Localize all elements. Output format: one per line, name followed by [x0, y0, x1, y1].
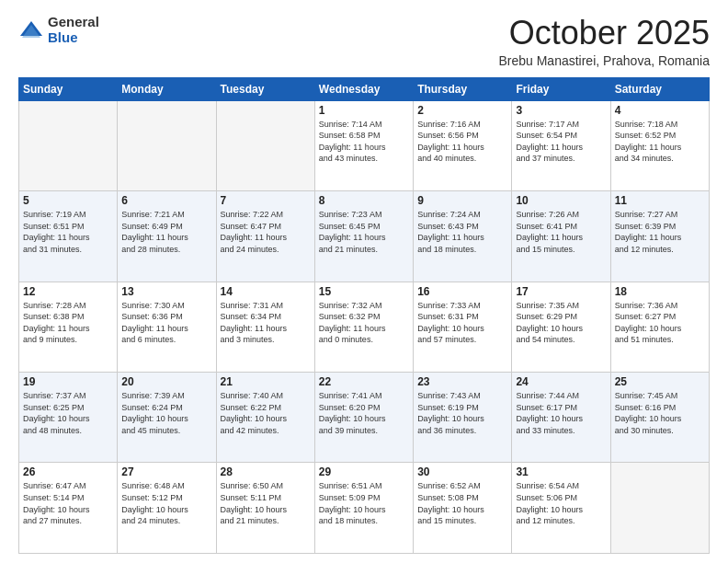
- day-number: 3: [516, 104, 606, 117]
- day-info: Sunrise: 6:54 AM Sunset: 5:06 PM Dayligh…: [516, 480, 606, 526]
- day-number: 25: [615, 375, 705, 388]
- calendar-cell: 2Sunrise: 7:16 AM Sunset: 6:56 PM Daylig…: [414, 100, 512, 190]
- calendar-cell: 3Sunrise: 7:17 AM Sunset: 6:54 PM Daylig…: [512, 100, 610, 190]
- logo: General Blue: [18, 15, 99, 45]
- day-info: Sunrise: 7:21 AM Sunset: 6:49 PM Dayligh…: [121, 209, 211, 255]
- calendar-cell: 17Sunrise: 7:35 AM Sunset: 6:29 PM Dayli…: [512, 282, 610, 372]
- calendar-cell: 5Sunrise: 7:19 AM Sunset: 6:51 PM Daylig…: [19, 191, 118, 282]
- day-number: 15: [319, 285, 409, 298]
- day-number: 27: [121, 465, 211, 478]
- day-number: 24: [516, 375, 606, 388]
- calendar-cell: 12Sunrise: 7:28 AM Sunset: 6:38 PM Dayli…: [19, 282, 118, 372]
- day-number: 29: [319, 465, 409, 478]
- calendar-cell: 7Sunrise: 7:22 AM Sunset: 6:47 PM Daylig…: [216, 191, 314, 282]
- calendar-cell: 22Sunrise: 7:41 AM Sunset: 6:20 PM Dayli…: [314, 373, 413, 463]
- calendar-cell: 1Sunrise: 7:14 AM Sunset: 6:58 PM Daylig…: [314, 100, 413, 190]
- day-number: 20: [121, 375, 211, 388]
- calendar-cell: 21Sunrise: 7:40 AM Sunset: 6:22 PM Dayli…: [216, 373, 314, 463]
- day-info: Sunrise: 7:37 AM Sunset: 6:25 PM Dayligh…: [23, 390, 113, 436]
- day-info: Sunrise: 6:47 AM Sunset: 5:14 PM Dayligh…: [23, 480, 113, 526]
- page: General Blue October 2025 Brebu Manastir…: [0, 0, 728, 563]
- day-number: 19: [23, 375, 113, 388]
- day-number: 22: [319, 375, 409, 388]
- day-info: Sunrise: 7:28 AM Sunset: 6:38 PM Dayligh…: [23, 300, 113, 346]
- day-number: 26: [23, 465, 113, 478]
- day-info: Sunrise: 7:27 AM Sunset: 6:39 PM Dayligh…: [615, 209, 705, 255]
- calendar-cell: [118, 100, 216, 190]
- month-title: October 2025: [498, 15, 710, 52]
- day-number: 18: [615, 285, 705, 298]
- day-info: Sunrise: 7:19 AM Sunset: 6:51 PM Dayligh…: [23, 209, 113, 255]
- calendar-cell: 25Sunrise: 7:45 AM Sunset: 6:16 PM Dayli…: [610, 373, 709, 463]
- calendar-cell: 26Sunrise: 6:47 AM Sunset: 5:14 PM Dayli…: [19, 463, 118, 554]
- day-number: 11: [615, 194, 705, 207]
- day-number: 7: [221, 194, 311, 207]
- day-number: 21: [221, 375, 311, 388]
- calendar-cell: 19Sunrise: 7:37 AM Sunset: 6:25 PM Dayli…: [19, 373, 118, 463]
- location: Brebu Manastirei, Prahova, Romania: [498, 53, 710, 68]
- day-info: Sunrise: 7:40 AM Sunset: 6:22 PM Dayligh…: [221, 390, 311, 436]
- calendar-cell: 15Sunrise: 7:32 AM Sunset: 6:32 PM Dayli…: [314, 282, 413, 372]
- calendar-cell: 29Sunrise: 6:51 AM Sunset: 5:09 PM Dayli…: [314, 463, 413, 554]
- day-number: 23: [417, 375, 507, 388]
- calendar-week-row: 5Sunrise: 7:19 AM Sunset: 6:51 PM Daylig…: [19, 191, 710, 282]
- day-number: 9: [417, 194, 507, 207]
- calendar-cell: 14Sunrise: 7:31 AM Sunset: 6:34 PM Dayli…: [216, 282, 314, 372]
- logo-text: General Blue: [48, 15, 99, 45]
- calendar-cell: [216, 100, 314, 190]
- day-info: Sunrise: 7:39 AM Sunset: 6:24 PM Dayligh…: [121, 390, 211, 436]
- calendar-cell: 30Sunrise: 6:52 AM Sunset: 5:08 PM Dayli…: [414, 463, 512, 554]
- calendar-cell: 24Sunrise: 7:44 AM Sunset: 6:17 PM Dayli…: [512, 373, 610, 463]
- day-number: 13: [121, 285, 211, 298]
- day-info: Sunrise: 7:32 AM Sunset: 6:32 PM Dayligh…: [319, 300, 409, 346]
- day-info: Sunrise: 7:18 AM Sunset: 6:52 PM Dayligh…: [615, 119, 705, 165]
- day-info: Sunrise: 7:26 AM Sunset: 6:41 PM Dayligh…: [516, 209, 606, 255]
- calendar-cell: [19, 100, 118, 190]
- day-of-week-header: Friday: [512, 77, 610, 100]
- day-number: 12: [23, 285, 113, 298]
- calendar-cell: 4Sunrise: 7:18 AM Sunset: 6:52 PM Daylig…: [610, 100, 709, 190]
- day-info: Sunrise: 6:50 AM Sunset: 5:11 PM Dayligh…: [221, 480, 311, 526]
- calendar-table: SundayMondayTuesdayWednesdayThursdayFrid…: [18, 77, 710, 554]
- day-number: 1: [319, 104, 409, 117]
- day-number: 8: [319, 194, 409, 207]
- day-number: 17: [516, 285, 606, 298]
- day-info: Sunrise: 7:30 AM Sunset: 6:36 PM Dayligh…: [121, 300, 211, 346]
- day-of-week-header: Thursday: [414, 77, 512, 100]
- day-info: Sunrise: 7:36 AM Sunset: 6:27 PM Dayligh…: [615, 300, 705, 346]
- calendar-week-row: 1Sunrise: 7:14 AM Sunset: 6:58 PM Daylig…: [19, 100, 710, 190]
- calendar-cell: 11Sunrise: 7:27 AM Sunset: 6:39 PM Dayli…: [610, 191, 709, 282]
- logo-icon: [18, 17, 44, 43]
- calendar-week-row: 19Sunrise: 7:37 AM Sunset: 6:25 PM Dayli…: [19, 373, 710, 463]
- day-info: Sunrise: 7:41 AM Sunset: 6:20 PM Dayligh…: [319, 390, 409, 436]
- day-of-week-header: Tuesday: [216, 77, 314, 100]
- day-info: Sunrise: 6:52 AM Sunset: 5:08 PM Dayligh…: [417, 480, 507, 526]
- day-number: 2: [417, 104, 507, 117]
- day-info: Sunrise: 7:16 AM Sunset: 6:56 PM Dayligh…: [417, 119, 507, 165]
- day-info: Sunrise: 7:44 AM Sunset: 6:17 PM Dayligh…: [516, 390, 606, 436]
- calendar-cell: 27Sunrise: 6:48 AM Sunset: 5:12 PM Dayli…: [118, 463, 216, 554]
- calendar-cell: 10Sunrise: 7:26 AM Sunset: 6:41 PM Dayli…: [512, 191, 610, 282]
- day-info: Sunrise: 7:24 AM Sunset: 6:43 PM Dayligh…: [417, 209, 507, 255]
- calendar-cell: 28Sunrise: 6:50 AM Sunset: 5:11 PM Dayli…: [216, 463, 314, 554]
- day-number: 31: [516, 465, 606, 478]
- day-info: Sunrise: 7:45 AM Sunset: 6:16 PM Dayligh…: [615, 390, 705, 436]
- day-of-week-header: Sunday: [19, 77, 118, 100]
- calendar-cell: [610, 463, 709, 554]
- day-number: 16: [417, 285, 507, 298]
- day-info: Sunrise: 7:33 AM Sunset: 6:31 PM Dayligh…: [417, 300, 507, 346]
- calendar-cell: 20Sunrise: 7:39 AM Sunset: 6:24 PM Dayli…: [118, 373, 216, 463]
- day-info: Sunrise: 6:48 AM Sunset: 5:12 PM Dayligh…: [121, 480, 211, 526]
- day-number: 30: [417, 465, 507, 478]
- day-info: Sunrise: 7:23 AM Sunset: 6:45 PM Dayligh…: [319, 209, 409, 255]
- day-number: 4: [615, 104, 705, 117]
- day-info: Sunrise: 6:51 AM Sunset: 5:09 PM Dayligh…: [319, 480, 409, 526]
- day-number: 14: [221, 285, 311, 298]
- day-number: 28: [221, 465, 311, 478]
- day-info: Sunrise: 7:22 AM Sunset: 6:47 PM Dayligh…: [221, 209, 311, 255]
- day-of-week-header: Monday: [118, 77, 216, 100]
- day-info: Sunrise: 7:43 AM Sunset: 6:19 PM Dayligh…: [417, 390, 507, 436]
- header: General Blue October 2025 Brebu Manastir…: [18, 15, 710, 68]
- calendar-cell: 6Sunrise: 7:21 AM Sunset: 6:49 PM Daylig…: [118, 191, 216, 282]
- calendar-cell: 9Sunrise: 7:24 AM Sunset: 6:43 PM Daylig…: [414, 191, 512, 282]
